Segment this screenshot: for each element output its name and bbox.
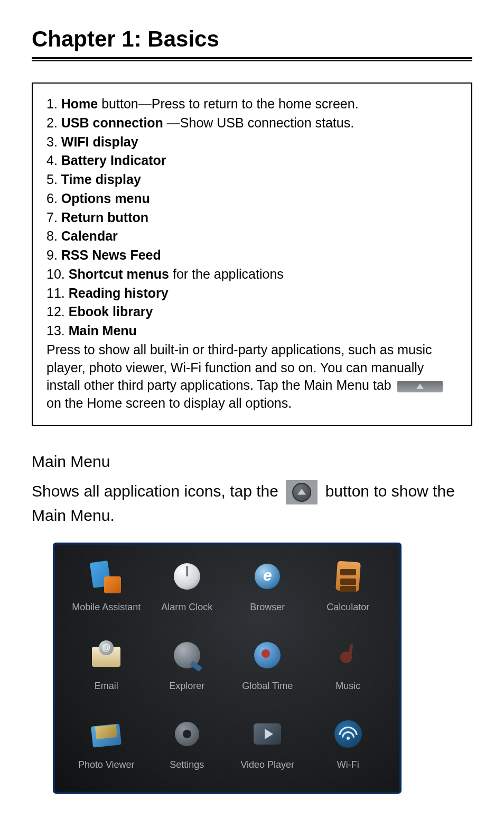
feature-list-item: 9. RSS News Feed bbox=[46, 246, 458, 264]
calc-icon bbox=[330, 558, 366, 594]
app-label: Browser bbox=[250, 602, 285, 613]
app-label: Email bbox=[95, 681, 118, 692]
list-item-number: 12. bbox=[46, 304, 69, 319]
list-item-number: 6. bbox=[46, 191, 61, 206]
app-label: Wi-Fi bbox=[337, 759, 359, 770]
list-item-bold: WIFI display bbox=[61, 134, 138, 149]
feature-list-item: 1. Home button—Press to return to the ho… bbox=[46, 95, 458, 113]
list-item-number: 2. bbox=[46, 115, 61, 130]
list-item-rest: for the applications bbox=[169, 267, 284, 281]
feature-list-item: 8. Calendar bbox=[46, 227, 458, 245]
feature-list-item: 6. Options menu bbox=[46, 190, 458, 208]
list-item-number: 8. bbox=[46, 228, 61, 243]
main-menu-screenshot: Mobile AssistantAlarm ClockBrowserCalcul… bbox=[53, 543, 402, 794]
list-item-bold: Return button bbox=[61, 210, 148, 225]
box-tail-pre: Press to show all built-in or third-part… bbox=[46, 342, 432, 393]
box-tail-paragraph: Press to show all built-in or third-part… bbox=[46, 341, 458, 412]
app-label: Settings bbox=[170, 759, 204, 770]
app-label: Calculator bbox=[326, 602, 369, 613]
app-label: Explorer bbox=[169, 681, 204, 692]
list-item-rest: —Show USB connection status. bbox=[163, 115, 354, 130]
feature-list-item: 11. Reading history bbox=[46, 284, 458, 302]
list-item-bold: Ebook library bbox=[69, 304, 153, 319]
app-browser[interactable]: Browser bbox=[230, 558, 305, 613]
list-item-number: 11. bbox=[46, 286, 69, 300]
list-item-bold: Home bbox=[61, 96, 98, 111]
list-item-number: 5. bbox=[46, 172, 61, 187]
list-item-number: 10. bbox=[46, 267, 69, 281]
wifi-icon bbox=[330, 716, 366, 752]
main-menu-description: Shows all application icons, tap the but… bbox=[32, 480, 472, 527]
list-item-bold: USB connection bbox=[61, 115, 163, 130]
list-item-bold: Battery Indicator bbox=[61, 153, 166, 168]
feature-list-box: 1. Home button—Press to return to the ho… bbox=[32, 82, 472, 426]
browser-icon bbox=[249, 558, 285, 594]
list-item-bold: Time display bbox=[61, 172, 141, 187]
title-rule-thick bbox=[32, 57, 472, 59]
app-calculator[interactable]: Calculator bbox=[311, 558, 386, 613]
feature-list-item: 4. Battery Indicator bbox=[46, 152, 458, 170]
explorer-icon bbox=[169, 637, 205, 673]
app-label: Video Player bbox=[240, 759, 294, 770]
feature-list-item: 12. Ebook library bbox=[46, 303, 458, 321]
list-item-bold: Shortcut menus bbox=[69, 267, 169, 281]
feature-list-item: 7. Return button bbox=[46, 209, 458, 227]
main-menu-round-button-icon bbox=[286, 480, 318, 504]
feature-list-item: 5. Time display bbox=[46, 171, 458, 189]
feature-list-item: 3. WIFI display bbox=[46, 133, 458, 151]
music-icon bbox=[330, 637, 366, 673]
app-music[interactable]: Music bbox=[311, 637, 386, 692]
main-menu-tab-icon bbox=[397, 381, 443, 392]
section-heading-main-menu: Main Menu bbox=[32, 453, 472, 471]
app-mobile-assistant[interactable]: Mobile Assistant bbox=[69, 558, 144, 613]
app-global-time[interactable]: Global Time bbox=[230, 637, 305, 692]
list-item-number: 4. bbox=[46, 153, 61, 168]
chapter-title: Chapter 1: Basics bbox=[32, 26, 472, 52]
list-item-bold: Options menu bbox=[61, 191, 150, 206]
settings-icon bbox=[169, 716, 205, 752]
app-video-player[interactable]: Video Player bbox=[230, 716, 305, 770]
list-item-number: 3. bbox=[46, 134, 61, 149]
email-icon bbox=[88, 637, 124, 673]
app-alarm-clock[interactable]: Alarm Clock bbox=[150, 558, 225, 613]
body-pre: Shows all application icons, tap the bbox=[32, 482, 283, 500]
photo-icon bbox=[88, 716, 124, 752]
box-tail-post: on the Home screen to display all option… bbox=[46, 396, 292, 410]
app-label: Global Time bbox=[242, 681, 293, 692]
app-label: Photo Viewer bbox=[78, 759, 135, 770]
list-item-bold: Main Menu bbox=[69, 323, 137, 338]
app-email[interactable]: Email bbox=[69, 637, 144, 692]
list-item-rest: button—Press to return to the home scree… bbox=[98, 96, 358, 111]
app-photo-viewer[interactable]: Photo Viewer bbox=[69, 716, 144, 770]
video-icon bbox=[249, 716, 285, 752]
app-label: Music bbox=[335, 681, 360, 692]
list-item-number: 7. bbox=[46, 210, 61, 225]
feature-list-item: 13. Main Menu bbox=[46, 322, 458, 340]
globaltime-icon bbox=[249, 637, 285, 673]
feature-list-item: 10. Shortcut menus for the applications bbox=[46, 265, 458, 283]
clock-icon bbox=[169, 558, 205, 594]
app-explorer[interactable]: Explorer bbox=[150, 637, 225, 692]
list-item-bold: RSS News Feed bbox=[61, 247, 161, 262]
app-wi-fi[interactable]: Wi-Fi bbox=[311, 716, 386, 770]
list-item-number: 9. bbox=[46, 247, 61, 262]
app-label: Alarm Clock bbox=[161, 602, 212, 613]
list-item-number: 13. bbox=[46, 323, 69, 338]
list-item-number: 1. bbox=[46, 96, 61, 111]
list-item-bold: Reading history bbox=[69, 286, 169, 300]
app-settings[interactable]: Settings bbox=[150, 716, 225, 770]
app-label: Mobile Assistant bbox=[72, 602, 141, 613]
feature-list-item: 2. USB connection —Show USB connection s… bbox=[46, 114, 458, 132]
mobile-icon bbox=[88, 558, 124, 594]
list-item-bold: Calendar bbox=[61, 228, 118, 243]
title-rule-thin bbox=[32, 60, 472, 61]
